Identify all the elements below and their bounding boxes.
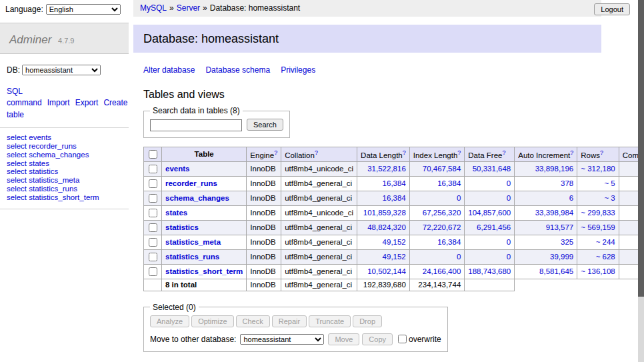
data-length-link[interactable]: 10,502,144	[367, 267, 406, 275]
db-select[interactable]: homeassistant	[22, 65, 101, 75]
database-schema-link[interactable]: Database schema	[205, 65, 270, 75]
data-free-link[interactable]: 188,743,680	[468, 267, 511, 275]
data-length-link[interactable]: 49,152	[383, 253, 406, 261]
search-input[interactable]	[150, 119, 242, 131]
index-length-link[interactable]: 24,166,400	[423, 267, 461, 275]
rows-count-link[interactable]: ~ 244	[596, 238, 615, 246]
sidebar-item-statistics-meta[interactable]: select statistics_meta	[7, 176, 79, 184]
analyze-button[interactable]: Analyze	[150, 315, 189, 327]
index-length-link[interactable]: 16,384	[437, 238, 461, 246]
table-name-link[interactable]: schema_changes	[165, 194, 229, 202]
data-length-link[interactable]: 101,859,328	[363, 209, 406, 217]
column-help-link[interactable]: ?	[457, 149, 461, 156]
row-checkbox[interactable]	[149, 209, 157, 217]
select-all-checkbox[interactable]	[149, 150, 157, 159]
auto-increment-link[interactable]: 325	[561, 238, 573, 246]
rows-count-link[interactable]: ~ 3	[604, 194, 615, 202]
rows-count-link[interactable]: ~ 569,159	[581, 223, 615, 231]
index-length-link[interactable]: 0	[457, 194, 461, 202]
privileges-link[interactable]: Privileges	[281, 65, 315, 75]
data-length-link[interactable]: 16,384	[383, 194, 406, 202]
row-checkbox[interactable]	[149, 165, 157, 173]
column-help-link[interactable]: ?	[274, 149, 277, 156]
data-length-link[interactable]: 49,152	[383, 238, 406, 246]
index-length-link[interactable]: 0	[457, 253, 461, 261]
column-help-link[interactable]: ?	[403, 149, 406, 156]
rows-count-link[interactable]: ~ 628	[596, 253, 615, 261]
table-name-link[interactable]: statistics_short_term	[165, 267, 243, 275]
column-help-link[interactable]: ?	[570, 149, 573, 156]
sidebar-item-recorder-runs[interactable]: select recorder_runs	[7, 142, 77, 150]
check-button[interactable]: Check	[236, 315, 270, 327]
index-length-link[interactable]: 16,384	[437, 179, 461, 187]
auto-increment-link[interactable]: 33,398,984	[535, 209, 574, 217]
data-free-link[interactable]: 0	[507, 194, 511, 202]
repair-button[interactable]: Repair	[272, 315, 307, 327]
table-name-link[interactable]: statistics_meta	[165, 238, 221, 246]
table-name-link[interactable]: recorder_runs	[165, 179, 217, 187]
col-header-data-free: Data Free?	[465, 147, 515, 161]
breadcrumb-server-link[interactable]: Server	[177, 3, 200, 13]
auto-increment-link[interactable]: 39,999	[550, 253, 573, 261]
auto-increment-link[interactable]: 33,898,196	[535, 165, 574, 173]
rows-count-link[interactable]: ~ 136,108	[581, 267, 615, 275]
data-free-link[interactable]: 104,857,600	[468, 209, 511, 217]
index-length-link[interactable]: 72,220,672	[423, 223, 461, 231]
overwrite-checkbox[interactable]	[398, 335, 407, 343]
copy-button[interactable]: Copy	[362, 333, 393, 345]
data-free-link[interactable]: 0	[507, 253, 511, 261]
row-checkbox[interactable]	[149, 179, 157, 188]
cell-data-free: 0	[465, 191, 515, 205]
column-help-link[interactable]: ?	[502, 149, 505, 156]
row-checkbox[interactable]	[149, 238, 157, 247]
table-name-link[interactable]: statistics	[165, 223, 199, 231]
column-help-link[interactable]: ?	[600, 149, 603, 156]
data-length-link[interactable]: 48,824,320	[367, 223, 406, 231]
import-link[interactable]: Import	[47, 98, 70, 107]
data-free-link[interactable]: 0	[507, 238, 511, 246]
data-free-link[interactable]: 6,291,456	[477, 223, 511, 231]
drop-button[interactable]: Drop	[353, 315, 382, 327]
row-checkbox[interactable]	[149, 253, 157, 261]
page-scrollbar[interactable]	[638, 0, 644, 362]
row-checkbox[interactable]	[149, 267, 157, 276]
data-free-link[interactable]: 0	[507, 179, 511, 187]
optimize-button[interactable]: Optimize	[191, 315, 233, 327]
sidebar-item-schema-changes[interactable]: select schema_changes	[7, 151, 89, 159]
auto-increment-link[interactable]: 6	[569, 194, 573, 202]
rows-count-link[interactable]: ~ 299,833	[581, 209, 615, 217]
rows-count-link[interactable]: ~ 5	[604, 179, 615, 187]
data-length-link[interactable]: 16,384	[383, 179, 406, 187]
move-database-select[interactable]: homeassistant	[240, 334, 324, 345]
scrollbar-thumb[interactable]	[638, 0, 644, 297]
auto-increment-link[interactable]: 913,577	[546, 223, 574, 231]
alter-database-link[interactable]: Alter database	[143, 65, 195, 75]
auto-increment-link[interactable]: 378	[561, 179, 573, 187]
sidebar-item-states[interactable]: select states	[7, 159, 49, 167]
sidebar-item-statistics[interactable]: select statistics	[7, 167, 58, 175]
sidebar-item-events[interactable]: select events	[7, 133, 51, 141]
truncate-button[interactable]: Truncate	[309, 315, 351, 327]
data-length-link[interactable]: 31,522,816	[367, 165, 406, 173]
breadcrumb-mysql-link[interactable]: MySQL	[140, 3, 167, 13]
overwrite-option[interactable]: overwrite	[398, 335, 441, 344]
sql-command-link[interactable]: SQL command	[7, 87, 42, 107]
table-name-link[interactable]: statistics_runs	[165, 253, 219, 261]
auto-increment-link[interactable]: 8,581,645	[539, 267, 573, 275]
export-link[interactable]: Export	[75, 98, 99, 107]
search-button[interactable]: Search	[247, 119, 283, 131]
sidebar-item-statistics-runs[interactable]: select statistics_runs	[7, 185, 77, 193]
index-length-link[interactable]: 70,467,584	[423, 165, 461, 173]
sidebar-item-statistics-short-term[interactable]: select statistics_short_term	[7, 193, 99, 201]
rows-count-link[interactable]: ~ 312,180	[581, 165, 615, 173]
row-checkbox[interactable]	[149, 223, 157, 232]
move-button[interactable]: Move	[328, 333, 359, 345]
logout-button[interactable]: Logout	[594, 3, 630, 15]
index-length-link[interactable]: 67,256,320	[423, 209, 461, 217]
language-select[interactable]: English	[46, 4, 121, 15]
table-name-link[interactable]: states	[165, 209, 187, 217]
column-help-link[interactable]: ?	[315, 149, 318, 156]
data-free-link[interactable]: 50,331,648	[473, 165, 511, 173]
row-checkbox[interactable]	[149, 194, 157, 203]
table-name-link[interactable]: events	[165, 165, 189, 173]
